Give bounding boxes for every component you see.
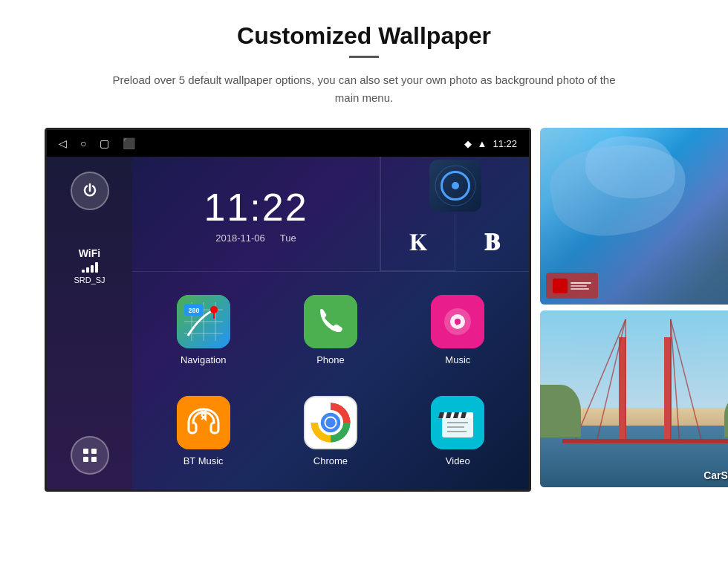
svg-rect-3 <box>91 457 97 462</box>
antenna-inner <box>441 171 470 201</box>
bar1 <box>82 270 85 273</box>
app-label-navigation: Navigation <box>181 354 226 365</box>
app-item-music[interactable]: ♪ Music <box>394 279 521 381</box>
power-button[interactable] <box>71 172 109 210</box>
status-right: ◆ ▲ 11:22 <box>464 138 517 149</box>
panel-top <box>540 128 728 305</box>
car-setting-label: CarSetting <box>703 469 728 481</box>
widget-row-top <box>380 157 529 214</box>
clock-time: 11:22 <box>204 185 308 230</box>
app-label-phone: Phone <box>316 354 345 365</box>
clock-day-value: Tue <box>280 232 296 244</box>
bar3 <box>91 265 94 273</box>
svg-point-13 <box>210 306 218 313</box>
chrome-app-icon <box>304 396 357 449</box>
right-panels: CarSetting <box>540 128 728 492</box>
apps-icon <box>82 447 98 463</box>
app-label-video: Video <box>446 455 470 466</box>
power-icon <box>82 183 98 199</box>
music-icon-svg: ♪ <box>431 295 484 348</box>
wifi-network: SRD_SJ <box>74 276 105 284</box>
btmusic-icon <box>177 396 230 449</box>
page-description: Preload over 5 default wallpaper options… <box>104 71 624 107</box>
clock-area: 11:22 2018-11-06 Tue <box>132 157 380 271</box>
page-title: Customized Wallpaper <box>237 22 491 50</box>
right-widgets: 𝐊 𝐁 <box>380 157 529 271</box>
antenna-icon <box>429 160 481 212</box>
navigation-map-icon: 280 <box>177 295 230 348</box>
svg-line-38 <box>597 319 625 443</box>
app-grid: 280 Navigation <box>132 272 529 489</box>
navigation-icon: 280 <box>177 295 230 348</box>
svg-rect-0 <box>83 449 88 454</box>
page-container: Customized Wallpaper Preload over 5 defa… <box>0 0 728 563</box>
video-icon-svg <box>431 396 484 449</box>
location-icon: ◆ <box>464 138 472 149</box>
wifi-info: WiFi SRD_SJ <box>74 247 105 284</box>
app-item-navigation[interactable]: 280 Navigation <box>140 279 267 381</box>
svg-line-37 <box>573 319 625 443</box>
app-label-btmusic: BT Music <box>183 455 224 466</box>
bridge-bg: CarSetting <box>540 310 728 487</box>
music-mini-bars <box>571 282 591 290</box>
svg-rect-1 <box>91 449 97 454</box>
camera-icon[interactable]: ⬛ <box>123 137 135 149</box>
svg-rect-2 <box>83 457 88 462</box>
phone-icon <box>304 295 357 348</box>
widget-row-bottom: 𝐊 𝐁 <box>380 214 529 271</box>
status-left: ◁ ○ ▢ ⬛ <box>59 137 135 149</box>
clock-date-value: 2018-11-06 <box>215 232 265 244</box>
svg-rect-21 <box>177 396 230 449</box>
signal-bars <box>82 262 98 273</box>
clock-date: 2018-11-06 Tue <box>215 232 296 244</box>
bar4 <box>95 262 98 273</box>
hill-left <box>540 385 581 437</box>
status-time: 11:22 <box>493 138 517 149</box>
app-label-chrome: Chrome <box>313 455 348 466</box>
wifi-icon: ▲ <box>478 138 487 149</box>
svg-text:♪: ♪ <box>455 316 461 328</box>
music-mini-thumb <box>553 279 568 293</box>
panel-bottom[interactable]: CarSetting <box>540 310 728 487</box>
apps-button[interactable] <box>71 436 109 475</box>
svg-text:280: 280 <box>188 307 199 314</box>
bar2 <box>86 267 89 273</box>
music-app-icon: ♪ <box>431 295 484 348</box>
music-mini-card <box>546 273 598 299</box>
b-widget[interactable]: 𝐁 <box>455 214 529 271</box>
b-label: 𝐁 <box>484 229 500 256</box>
title-underline <box>349 56 379 58</box>
app-item-btmusic[interactable]: BT Music <box>140 381 267 483</box>
glacier-bg <box>540 128 728 305</box>
top-widget: 11:22 2018-11-06 Tue <box>132 157 529 272</box>
main-area: 11:22 2018-11-06 Tue <box>132 157 529 489</box>
video-app-icon <box>431 396 484 449</box>
k-widget[interactable]: 𝐊 <box>380 214 455 271</box>
wifi-label: WiFi <box>79 247 100 259</box>
sidebar: WiFi SRD_SJ <box>47 157 132 489</box>
back-icon[interactable]: ◁ <box>59 137 67 149</box>
app-item-chrome[interactable]: Chrome <box>267 381 394 483</box>
btmusic-icon-svg <box>177 396 230 449</box>
chrome-icon-svg <box>305 396 356 449</box>
screen-content: WiFi SRD_SJ <box>47 157 529 489</box>
recent-icon[interactable]: ▢ <box>100 137 109 149</box>
android-screen: ◁ ○ ▢ ⬛ ◆ ▲ 11:22 <box>45 128 531 492</box>
app-label-music: Music <box>445 354 470 365</box>
svg-rect-15 <box>304 295 357 348</box>
k-label: 𝐊 <box>409 229 427 256</box>
svg-point-26 <box>325 418 335 428</box>
app-item-phone[interactable]: Phone <box>267 279 394 381</box>
antenna-widget[interactable] <box>380 157 529 214</box>
content-area: ◁ ○ ▢ ⬛ ◆ ▲ 11:22 <box>45 128 683 492</box>
app-item-video[interactable]: Video <box>394 381 521 483</box>
antenna-dot <box>452 182 459 189</box>
home-icon[interactable]: ○ <box>80 137 86 149</box>
status-bar: ◁ ○ ▢ ⬛ ◆ ▲ 11:22 <box>47 130 529 157</box>
phone-app-icon <box>304 295 357 348</box>
